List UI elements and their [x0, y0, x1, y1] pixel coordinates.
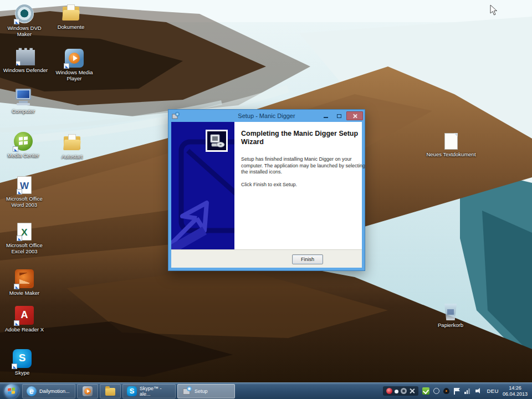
antivirus-tray-icon[interactable]: [443, 388, 449, 394]
icon-label: Microsoft Office Word 2003: [0, 196, 49, 208]
maximize-button[interactable]: [333, 111, 345, 120]
adobe-reader-icon: A: [15, 306, 34, 325]
desktop-icon-dvd-maker[interactable]: Windows DVD Maker: [1, 4, 48, 37]
security-ok-icon[interactable]: [422, 387, 429, 395]
icon-label: Dokumente: [48, 24, 94, 30]
wizard-heading: Completing the Manic Digger Setup Wizard: [241, 130, 364, 146]
icon-label: Neues Textdokument: [424, 151, 478, 157]
desktop-icon-text-document[interactable]: Neues Textdokument: [424, 133, 478, 157]
taskbar-button-explorer[interactable]: [100, 384, 121, 398]
desktop-icon-adobe-reader[interactable]: A Adobe Reader X: [0, 306, 49, 332]
explorer-folder-icon: [105, 388, 115, 396]
taskbar-button-skype[interactable]: S Skype™ - ale...: [122, 384, 176, 398]
wizard-paragraph-1: Setup has finished installing Manic Digg…: [241, 156, 365, 176]
media-player-icon: [83, 386, 93, 396]
castle-icon: [16, 47, 35, 65]
clock-date: 06.04.2013: [503, 391, 528, 397]
wizard-image-panel: [171, 122, 234, 249]
system-tray: DEU 14:26 06.04.2013: [383, 385, 532, 397]
dialog-button-row: Finish: [171, 249, 362, 268]
desktop-icon-skype[interactable]: S Skype: [2, 349, 42, 376]
language-indicator[interactable]: DEU: [487, 388, 499, 394]
mouse-cursor: [490, 4, 499, 17]
text-document-icon: [444, 133, 458, 150]
folder-icon: [63, 133, 81, 152]
installer-icon: [206, 130, 228, 152]
dialog-body: Completing the Manic Digger Setup Wizard…: [171, 122, 362, 268]
setup-icon: [182, 386, 192, 396]
icon-label: Autostart: [49, 154, 95, 160]
icon-label: Adobe Reader X: [0, 326, 49, 332]
recycle-bin-icon: [444, 304, 457, 320]
desktop-icon-movie-maker[interactable]: Movie Maker: [0, 269, 49, 296]
taskbar: e Dailymotion... S Skype™ - ale... Setup…: [0, 382, 532, 399]
desktop-icon-computer[interactable]: Computer: [0, 88, 47, 114]
taskbar-button-label: Setup: [195, 388, 208, 394]
desktop-icon-recycle-bin[interactable]: Papierkorb: [428, 304, 473, 328]
icon-label: Papierkorb: [428, 322, 473, 328]
folder-icon: [62, 3, 80, 22]
setup-wizard-window: Setup - Manic Digger: [168, 109, 365, 271]
desktop-icon-media-player[interactable]: Windows Media Player: [49, 49, 100, 81]
desktop-icon-autostart[interactable]: Autostart: [49, 133, 95, 160]
icon-label: Movie Maker: [0, 290, 49, 296]
minimize-button[interactable]: [320, 111, 332, 120]
taskbar-button-media-player[interactable]: [77, 384, 98, 398]
desktop-icon-documents[interactable]: Dokumente: [48, 3, 94, 30]
icon-label: Skype: [2, 370, 42, 376]
skype-icon: S: [127, 386, 137, 396]
clock-time: 14:26: [503, 385, 528, 391]
close-button[interactable]: [346, 111, 363, 120]
close-icon: [352, 114, 357, 119]
icon-label: Windows DVD Maker: [1, 25, 48, 37]
icon-label: Windows Defender: [0, 67, 51, 73]
finish-button[interactable]: Finish: [292, 254, 323, 264]
dvd-maker-icon: [15, 4, 34, 23]
media-player-icon: [65, 49, 84, 68]
taskbar-clock[interactable]: 14:26 06.04.2013: [503, 385, 528, 397]
computer-icon: [14, 88, 33, 106]
desktop-icon-media-center[interactable]: Media Center: [0, 132, 47, 158]
icon-label: Microsoft Office Excel 2003: [0, 242, 49, 254]
title-bar[interactable]: Setup - Manic Digger: [168, 110, 365, 122]
close-tray-icon[interactable]: [409, 388, 415, 394]
desktop-icon-word[interactable]: W Microsoft Office Word 2003: [0, 176, 49, 208]
tray-icon-cluster: [383, 386, 418, 396]
icon-label: Windows Media Player: [49, 69, 100, 81]
icon-label: Computer: [0, 108, 47, 114]
record-status-icon[interactable]: [386, 388, 392, 394]
sync-tray-icon[interactable]: [433, 388, 439, 394]
network-icon[interactable]: [464, 388, 472, 394]
icon-label: Media Center: [0, 152, 47, 158]
excel-icon: X: [17, 223, 32, 241]
taskbar-button-label: Dailymotion...: [39, 388, 70, 394]
desktop-icon-excel[interactable]: X Microsoft Office Excel 2003: [0, 223, 49, 254]
volume-icon[interactable]: [475, 388, 483, 394]
taskbar-button-setup[interactable]: Setup: [177, 384, 235, 398]
action-center-flag-icon[interactable]: [453, 388, 461, 394]
setup-app-icon: [172, 112, 180, 120]
taskbar-button-label: Skype™ - ale...: [140, 386, 171, 397]
settings-tray-icon[interactable]: [401, 388, 407, 394]
start-button[interactable]: [4, 384, 19, 398]
minimize-icon: [324, 117, 328, 118]
media-center-icon: [14, 132, 33, 151]
movie-maker-icon: [15, 269, 34, 288]
wizard-paragraph-2: Click Finish to exit Setup.: [241, 182, 365, 187]
status-dot-icon[interactable]: [395, 390, 398, 393]
word-icon: W: [17, 176, 32, 194]
desktop-icon-defender[interactable]: Windows Defender: [0, 47, 51, 73]
taskbar-button-internet-explorer[interactable]: e Dailymotion...: [22, 384, 75, 398]
internet-explorer-icon: e: [27, 386, 37, 396]
skype-icon: S: [13, 349, 32, 368]
maximize-icon: [337, 114, 341, 118]
windows-logo-icon: [8, 387, 16, 395]
